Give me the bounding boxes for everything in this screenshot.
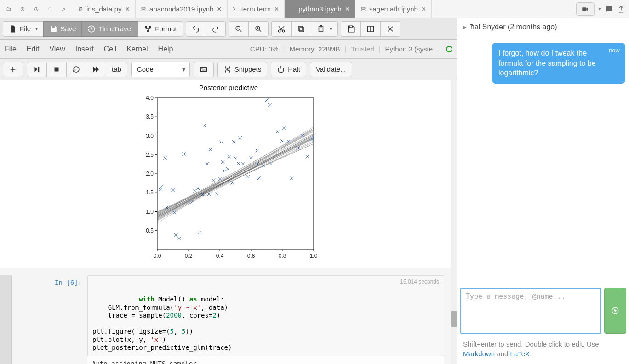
snippets-button[interactable]: Snippets — [217, 62, 267, 77]
svg-rect-17 — [298, 26, 303, 30]
insert-cell-button[interactable] — [3, 62, 23, 77]
run-all-button[interactable] — [86, 62, 106, 77]
video-chat-button[interactable] — [576, 2, 595, 15]
menu-insert[interactable]: Insert — [75, 45, 94, 53]
code-cell[interactable]: In [6]: 16.014 seconds with Model() as m… — [0, 275, 457, 364]
svg-text:0.8: 0.8 — [279, 253, 286, 259]
folder-open-icon[interactable] — [3, 3, 15, 15]
close-button[interactable] — [380, 21, 400, 37]
cut-button[interactable] — [271, 21, 292, 37]
restart-button[interactable] — [66, 62, 86, 77]
svg-line-77 — [157, 144, 314, 212]
latex-link[interactable]: LaTeX — [510, 350, 530, 358]
cpu-label: CPU: 0% — [250, 45, 279, 53]
chat-input[interactable] — [460, 288, 601, 334]
search-icon[interactable] — [44, 3, 56, 15]
chevron-right-icon: ▶ — [463, 24, 467, 30]
svg-line-81 — [157, 128, 314, 216]
menu-file[interactable]: File — [5, 45, 17, 53]
svg-line-75 — [157, 135, 314, 218]
history-icon[interactable] — [30, 3, 42, 15]
menu-kernel[interactable]: Kernel — [126, 45, 148, 53]
run-button[interactable] — [27, 62, 47, 77]
chat-input-row — [457, 285, 629, 336]
cell-prompt: In [6]: — [12, 275, 87, 364]
file-tab[interactable]: iris_data.py × — [73, 0, 136, 18]
svg-point-3 — [142, 9, 145, 11]
scrollbar[interactable] — [451, 80, 457, 364]
top-right-controls: ▾ — [572, 2, 629, 15]
split-view-button[interactable] — [360, 21, 381, 37]
file-menu-button[interactable]: File — [3, 21, 44, 37]
halt-button[interactable]: Halt — [271, 62, 306, 77]
save-button[interactable]: Save — [43, 21, 82, 37]
svg-text:0.2: 0.2 — [185, 253, 193, 259]
notebook-toolbar: tab Code Snippets Halt Validate... — [0, 59, 457, 80]
bubble-text: I forgot, how do I tweak the formula for… — [498, 48, 619, 78]
svg-text:1.0: 1.0 — [146, 209, 154, 215]
undo-button[interactable] — [186, 21, 206, 37]
zoom-out-button[interactable] — [229, 21, 249, 37]
tab-label: sagemath.ipynb — [369, 5, 418, 13]
svg-text:0.0: 0.0 — [154, 253, 161, 259]
share-icon[interactable] — [617, 5, 625, 13]
menu-view[interactable]: View — [49, 45, 65, 53]
send-button[interactable] — [604, 288, 626, 334]
svg-point-1 — [49, 8, 51, 10]
download-button[interactable] — [341, 21, 361, 37]
timetravel-button[interactable]: TimeTravel — [81, 21, 138, 37]
keyboard-button[interactable] — [194, 62, 214, 77]
svg-text:0.4: 0.4 — [216, 253, 224, 259]
chat-pane: ▶ ħal Snyder (2 months ago) now I forgot… — [457, 18, 629, 364]
format-button[interactable]: Format — [138, 21, 183, 37]
file-tab[interactable]: python3.ipynb × — [285, 0, 355, 18]
close-icon[interactable]: × — [274, 5, 280, 13]
svg-line-54 — [157, 136, 314, 220]
file-tab[interactable]: anaconda2019.ipynb × — [136, 0, 228, 18]
svg-rect-23 — [200, 67, 207, 71]
svg-rect-24 — [157, 98, 314, 250]
close-icon[interactable]: × — [216, 5, 222, 13]
svg-rect-21 — [38, 67, 39, 72]
svg-text:2.0: 2.0 — [146, 171, 154, 177]
svg-point-4 — [291, 7, 294, 8]
stdout-output: Auto-assigning NUTS sampler... Initializ… — [87, 356, 444, 364]
svg-point-6 — [361, 7, 365, 8]
chat-icon[interactable] — [605, 5, 613, 13]
close-icon[interactable]: × — [421, 5, 427, 13]
wrench-icon[interactable] — [58, 3, 70, 15]
paste-button[interactable] — [311, 21, 338, 37]
svg-text:4.0: 4.0 — [146, 95, 154, 101]
svg-rect-16 — [300, 28, 304, 32]
chat-header[interactable]: ▶ ħal Snyder (2 months ago) — [457, 18, 629, 36]
redo-button[interactable] — [206, 21, 226, 37]
zoom-in-button[interactable] — [248, 21, 269, 37]
copy-button[interactable] — [291, 21, 311, 37]
chat-bubble[interactable]: now I forgot, how do I tweak the formula… — [492, 43, 625, 84]
file-toolbar: File Save TimeTravel Format — [0, 18, 457, 40]
file-tab[interactable]: term.term × — [228, 0, 285, 18]
menu-cell[interactable]: Cell — [104, 45, 117, 53]
code-input[interactable]: 16.014 seconds with Model() as model: GL… — [87, 275, 444, 356]
tab-label: iris_data.py — [86, 5, 122, 13]
markdown-link[interactable]: Markdown — [463, 350, 495, 358]
svg-line-70 — [157, 144, 314, 214]
validate-button[interactable]: Validate... — [310, 62, 352, 77]
menu-edit[interactable]: Edit — [27, 45, 40, 53]
chevron-down-icon[interactable]: ▾ — [598, 5, 601, 12]
chat-messages[interactable]: now I forgot, how do I tweak the formula… — [457, 36, 629, 285]
svg-text:1.5: 1.5 — [146, 189, 154, 196]
stop-button[interactable] — [46, 62, 67, 77]
add-file-icon[interactable] — [17, 3, 29, 15]
close-icon[interactable]: × — [344, 5, 350, 13]
kernel-label[interactable]: Python 3 (syste… — [385, 45, 440, 53]
close-icon[interactable]: × — [125, 5, 131, 13]
cell-type-select[interactable]: Code — [131, 62, 190, 77]
file-tab[interactable]: sagemath.ipynb × — [355, 0, 432, 18]
menu-help[interactable]: Help — [158, 45, 173, 53]
notebook-scroll-area[interactable]: Posterior predictive 0.00.20.40.60.81.00… — [0, 80, 457, 364]
tab-label: anaconda2019.ipynb — [149, 5, 213, 13]
svg-line-68 — [157, 128, 314, 223]
scrollbar-thumb[interactable] — [451, 311, 457, 327]
tab-button[interactable]: tab — [106, 62, 127, 77]
